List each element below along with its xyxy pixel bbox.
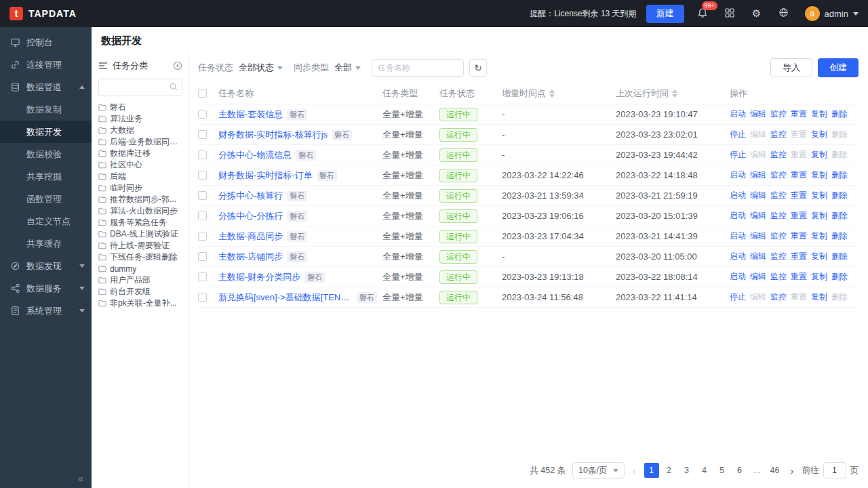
row-checkbox[interactable] bbox=[198, 252, 207, 261]
action-delete-link[interactable]: 删除 bbox=[831, 210, 848, 222]
action-edit-link[interactable]: 编辑 bbox=[750, 169, 766, 181]
tree-item[interactable]: dummy bbox=[98, 263, 182, 274]
page-button[interactable]: 6 bbox=[732, 463, 747, 478]
sidebar-group-services[interactable]: 数据服务 bbox=[0, 277, 92, 300]
sort-icon[interactable] bbox=[672, 89, 677, 98]
action-stop-link[interactable]: 停止 bbox=[730, 291, 746, 303]
add-category-button[interactable] bbox=[173, 61, 182, 70]
action-copy-link[interactable]: 复制 bbox=[811, 271, 827, 283]
action-delete-link[interactable]: 删除 bbox=[831, 190, 848, 201]
action-copy-link[interactable]: 复制 bbox=[811, 129, 827, 140]
goto-page-input[interactable] bbox=[823, 462, 846, 479]
sidebar-item-shared-cache[interactable]: 共享缓存 bbox=[0, 232, 92, 255]
sidebar-item-data-development[interactable]: 数据开发 bbox=[0, 121, 92, 143]
action-reset-link[interactable]: 重置 bbox=[791, 271, 807, 283]
page-size-select[interactable]: 10条/页 bbox=[572, 462, 624, 479]
create-button[interactable]: 创建 bbox=[818, 58, 859, 77]
action-delete-link[interactable]: 删除 bbox=[831, 169, 848, 181]
tree-item[interactable]: 待上线-需要验证 bbox=[98, 240, 182, 251]
action-delete-link[interactable]: 删除 bbox=[831, 251, 848, 262]
status-filter-select[interactable]: 全部状态 bbox=[239, 62, 283, 74]
action-delete-link[interactable]: 删除 bbox=[831, 108, 848, 120]
action-copy-link[interactable]: 复制 bbox=[811, 108, 827, 120]
task-name-link[interactable]: 分拣中心-分拣行 bbox=[218, 210, 283, 222]
action-copy-link[interactable]: 复制 bbox=[811, 230, 827, 242]
action-edit-link[interactable]: 编辑 bbox=[750, 108, 766, 120]
action-monitor-link[interactable]: 监控 bbox=[770, 210, 787, 222]
column-header-incremental-time[interactable]: 增量时间点 bbox=[502, 87, 616, 100]
action-start-link[interactable]: 启动 bbox=[730, 190, 746, 201]
row-checkbox[interactable] bbox=[198, 293, 207, 302]
sidebar-group-system[interactable]: 系统管理 bbox=[0, 300, 92, 322]
sidebar-item-custom-node[interactable]: 自定义节点 bbox=[0, 210, 92, 232]
action-stop-link[interactable]: 停止 bbox=[730, 129, 746, 140]
action-copy-link[interactable]: 复制 bbox=[811, 251, 827, 262]
row-checkbox[interactable] bbox=[198, 130, 207, 139]
tree-item[interactable]: 社区中心 bbox=[98, 159, 182, 171]
page-button[interactable]: 3 bbox=[679, 463, 694, 478]
row-checkbox[interactable] bbox=[198, 171, 207, 180]
action-edit-link[interactable]: 编辑 bbox=[750, 230, 766, 242]
page-button[interactable]: 4 bbox=[697, 463, 712, 478]
user-menu[interactable]: a admin bbox=[805, 6, 859, 21]
action-monitor-link[interactable]: 监控 bbox=[770, 169, 787, 181]
tree-item[interactable]: 服务等紧急任务 bbox=[98, 217, 182, 228]
action-delete-link[interactable]: 删除 bbox=[831, 230, 848, 242]
column-header-last-run-time[interactable]: 上次运行时间 bbox=[616, 87, 730, 100]
action-reset-link[interactable]: 重置 bbox=[791, 190, 807, 201]
collapse-tree-icon[interactable] bbox=[98, 62, 108, 70]
sidebar-item-function-management[interactable]: 函数管理 bbox=[0, 188, 92, 210]
action-monitor-link[interactable]: 监控 bbox=[770, 271, 787, 283]
task-name-link[interactable]: 分拣中心-物流信息 bbox=[218, 149, 292, 161]
action-start-link[interactable]: 启动 bbox=[730, 271, 746, 283]
action-stop-link[interactable]: 停止 bbox=[730, 149, 746, 161]
tree-item[interactable]: 后端-业务数据同步... bbox=[98, 136, 182, 148]
action-reset-link[interactable]: 重置 bbox=[791, 210, 807, 222]
category-search-input[interactable] bbox=[103, 83, 170, 92]
action-start-link[interactable]: 启动 bbox=[730, 108, 746, 120]
task-name-link[interactable]: 主数据-店铺同步 bbox=[218, 251, 283, 263]
action-edit-link[interactable]: 编辑 bbox=[750, 210, 766, 222]
collapse-sidebar-icon[interactable]: « bbox=[78, 473, 83, 484]
tree-item[interactable]: 下线任务-逻辑删除 bbox=[98, 251, 182, 263]
tree-item[interactable]: 数据库迁移 bbox=[98, 148, 182, 159]
sidebar-item-data-validation[interactable]: 数据校验 bbox=[0, 143, 92, 165]
import-button[interactable]: 导入 bbox=[770, 58, 812, 77]
tree-item[interactable]: 算法业务 bbox=[98, 113, 182, 125]
task-name-link[interactable]: 分拣中心-核算行 bbox=[218, 190, 283, 202]
row-checkbox[interactable] bbox=[198, 272, 207, 281]
action-copy-link[interactable]: 复制 bbox=[811, 190, 827, 201]
task-name-link[interactable]: 主数据-商品同步 bbox=[218, 230, 283, 243]
tree-item[interactable]: 大数据 bbox=[98, 125, 182, 136]
apps-button[interactable] bbox=[721, 5, 738, 22]
settings-button[interactable]: ⚙ bbox=[748, 5, 766, 22]
action-delete-link[interactable]: 删除 bbox=[831, 271, 848, 283]
action-monitor-link[interactable]: 监控 bbox=[770, 149, 787, 161]
action-copy-link[interactable]: 复制 bbox=[811, 169, 827, 181]
action-reset-link[interactable]: 重置 bbox=[791, 251, 807, 262]
action-start-link[interactable]: 启动 bbox=[730, 230, 746, 242]
sidebar-item-data-replication[interactable]: 数据复制 bbox=[0, 98, 92, 121]
action-start-link[interactable]: 启动 bbox=[730, 251, 746, 262]
action-edit-link[interactable]: 编辑 bbox=[750, 271, 766, 283]
task-name-link[interactable]: 财务数据-实时指标-订单 bbox=[218, 169, 313, 182]
row-checkbox[interactable] bbox=[198, 232, 207, 241]
tree-item[interactable]: 后端 bbox=[98, 171, 182, 182]
task-name-link[interactable]: 财务数据-实时指标-核算行js bbox=[218, 129, 328, 141]
action-monitor-link[interactable]: 监控 bbox=[770, 291, 787, 303]
row-checkbox[interactable] bbox=[198, 191, 207, 200]
sidebar-group-pipeline[interactable]: 数据管道 bbox=[0, 76, 92, 98]
action-monitor-link[interactable]: 监控 bbox=[770, 251, 787, 262]
task-search-input[interactable] bbox=[378, 63, 458, 73]
action-monitor-link[interactable]: 监控 bbox=[770, 190, 787, 201]
task-name-link[interactable]: 主数据-财务分类同步 bbox=[218, 271, 300, 283]
tree-item[interactable]: 磐石 bbox=[98, 102, 182, 113]
task-name-link[interactable]: 新兑换码[sven]->基础数据[TENON] bbox=[218, 291, 353, 304]
tree-item[interactable]: 临时同步 bbox=[98, 182, 182, 194]
prev-page-button[interactable]: ‹ bbox=[631, 465, 637, 476]
sidebar-item-connections[interactable]: 连接管理 bbox=[0, 54, 92, 76]
sidebar-item-shared-mining[interactable]: 共享挖掘 bbox=[0, 165, 92, 188]
action-monitor-link[interactable]: 监控 bbox=[770, 230, 787, 242]
sort-icon[interactable] bbox=[549, 89, 555, 98]
tree-item[interactable]: 非pk关联-全量补... bbox=[98, 298, 182, 309]
